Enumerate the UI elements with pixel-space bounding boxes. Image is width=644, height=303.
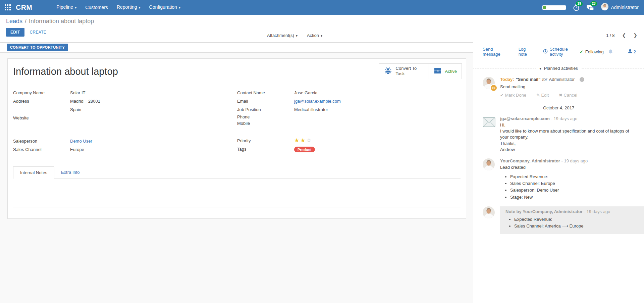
form-sheet: Convert To Task Active Informa [7, 58, 466, 219]
address-city-zip: Madrid28001 [65, 97, 100, 105]
tab-extra-info[interactable]: Extra Info [54, 166, 87, 179]
contact-name-value: Jose Garcia [289, 89, 317, 97]
planned-activities-toggle[interactable]: Planned activities [539, 66, 578, 71]
dashed-line [473, 68, 536, 68]
message-line: Andrew [500, 147, 636, 153]
cancel-activity-button[interactable]: Cancel [559, 93, 577, 98]
job-position-value: Medical illustrator [289, 105, 328, 114]
chatter-toolbar: Send message Log note Schedule activity … [473, 42, 644, 57]
message-bullet-list: Expected Revenue: Sales Channel: Europe … [510, 173, 636, 201]
message-header: YourCompany, Administrator - 19 days ago [500, 158, 636, 163]
phone-value [289, 114, 294, 120]
menu-pipeline[interactable]: Pipeline [53, 0, 80, 15]
field-sales-channel: Sales Channel Europe [13, 145, 234, 154]
user-menu[interactable]: Administrator [601, 3, 639, 12]
message-author[interactable]: jga@solar.example.com [500, 116, 550, 121]
message-timestamp: - 19 days ago [561, 158, 588, 163]
convert-to-opportunity-button[interactable]: CONVERT TO OPPORTUNITY [7, 44, 68, 51]
group-gap [237, 127, 459, 137]
create-button[interactable]: CREATE [30, 30, 47, 35]
message-line: Thanks, [500, 141, 636, 147]
menu-configuration[interactable]: Configuration [146, 0, 184, 15]
priority-star-filled[interactable]: ★ [294, 137, 300, 144]
schedule-activity-button[interactable]: Schedule activity [543, 47, 580, 57]
activities-count-badge: 19 [576, 1, 582, 6]
menu-configuration-label: Configuration [149, 4, 177, 10]
apps-grid-icon[interactable] [5, 4, 11, 10]
action-dropdown-label: Action [307, 33, 319, 38]
bullet-item: Expected Revenue: [514, 216, 639, 223]
action-dropdown[interactable]: Action [307, 33, 322, 38]
website-value [65, 114, 70, 122]
menu-customers[interactable]: Customers [82, 0, 111, 15]
contact-name-label: Contact Name [237, 89, 289, 97]
systray: 19 23 Administrator [542, 3, 639, 12]
message-header: Note by YourCompany, Administrator - 19 … [505, 209, 639, 214]
salesperson-value[interactable]: Demo User [70, 139, 92, 144]
pager-next-icon[interactable]: ❯ [633, 33, 637, 38]
message-text: Lead created [500, 164, 636, 170]
note-bubble: Note by YourCompany, Administrator - 19 … [500, 206, 644, 234]
email-value[interactable]: jga@solar.example.com [294, 99, 341, 104]
company-name-value: Solar IT [65, 89, 86, 97]
edit-button[interactable]: EDIT [6, 28, 24, 37]
pager-previous-icon[interactable]: ❮ [622, 33, 626, 38]
messages-chat-icon[interactable]: 23 [587, 3, 595, 11]
avatar [483, 206, 495, 218]
edit-activity-button[interactable]: Edit [536, 93, 549, 98]
activities-clock-icon[interactable]: 19 [572, 3, 580, 11]
breadcrumb-leads[interactable]: Leads [6, 18, 22, 24]
message-author[interactable]: Note by YourCompany, Administrator [505, 209, 583, 214]
planned-activities-header: Planned activities [473, 66, 644, 71]
control-panel: Leads/Information about laptop EDIT CREA… [0, 15, 644, 42]
convert-to-task-button[interactable]: Convert To Task [379, 64, 429, 79]
message-note: Note by YourCompany, Administrator - 19 … [473, 201, 644, 234]
field-website: Website [13, 114, 234, 122]
planned-activities-label: Planned activities [544, 66, 578, 71]
priority-label: Priority [237, 137, 289, 145]
sheet-divider [13, 207, 461, 207]
address-zip: 28001 [88, 99, 100, 104]
group-gap [13, 122, 234, 137]
breadcrumb-separator: / [25, 18, 26, 24]
followers-counter[interactable]: 2 [628, 49, 636, 54]
schedule-activity-label: Schedule activity [550, 47, 580, 57]
website-label: Website [13, 114, 65, 122]
message-lead-created: YourCompany, Administrator - 19 days ago… [473, 153, 644, 201]
job-position-label: Job Position [237, 105, 289, 114]
address-country-spacer [13, 105, 65, 114]
app-brand[interactable]: CRM [16, 3, 32, 11]
mark-done-button[interactable]: Mark Done [500, 93, 526, 98]
field-job-position: Job Position Medical illustrator [237, 105, 459, 114]
address-city: Madrid [70, 99, 84, 104]
convert-to-task-label: Convert To Task [396, 66, 424, 77]
message-author[interactable]: YourCompany, Administrator [500, 158, 560, 163]
pager-value: 1 / 8 [606, 33, 614, 38]
menu-reporting[interactable]: Reporting [113, 0, 144, 15]
info-icon[interactable] [580, 77, 584, 82]
log-note-button[interactable]: Log note [519, 47, 534, 57]
address-label: Address [13, 97, 65, 105]
activity-due: Today: [500, 77, 514, 82]
activity-headline: Today: "Send mail" for Administrator [500, 77, 584, 82]
message-header: jga@solar.example.com - 19 days ago [500, 116, 636, 121]
phone-label: Phone [237, 114, 289, 120]
bug-icon [384, 66, 392, 76]
date-separator: October 4, 2017 [481, 105, 636, 110]
bell-icon[interactable] [608, 49, 613, 54]
active-toggle-button[interactable]: Active [429, 64, 462, 79]
attachments-dropdown[interactable]: Attachment(s) [267, 33, 298, 38]
tab-internal-notes[interactable]: Internal Notes [13, 166, 54, 179]
send-message-button[interactable]: Send message [483, 47, 510, 57]
message-email: jga@solar.example.com - 19 days ago Hi, … [473, 110, 644, 153]
message-text: Hi, I would like to know more about spec… [500, 122, 636, 153]
following-button[interactable]: ✔Following [580, 49, 604, 54]
message-line: Hi, [500, 122, 636, 128]
field-contact-name: Contact Name Jose Garcia [237, 89, 459, 97]
date-separator-label: October 4, 2017 [543, 105, 574, 110]
priority-star-filled[interactable]: ★ [300, 137, 306, 144]
priority-rating: ★★☆ [289, 137, 313, 145]
timer-progress-bar[interactable] [542, 5, 566, 10]
priority-star-empty[interactable]: ☆ [307, 137, 313, 144]
activity-assignee: Administrator [549, 77, 575, 82]
